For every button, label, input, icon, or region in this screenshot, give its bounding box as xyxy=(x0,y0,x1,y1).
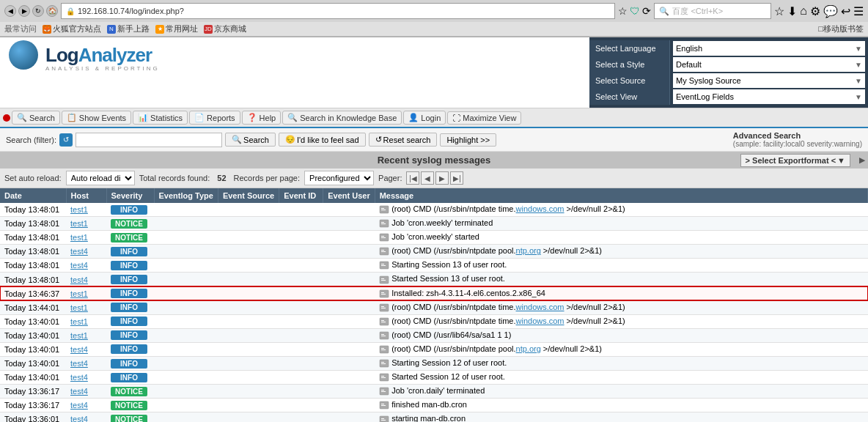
settings-view-select[interactable]: EventLog Fields ▼ xyxy=(673,89,865,104)
host-link[interactable]: test1 xyxy=(70,233,88,242)
host-link[interactable]: test1 xyxy=(70,205,88,214)
svg-rect-23 xyxy=(381,308,386,308)
settings-source-select[interactable]: My Syslog Source ▼ xyxy=(673,73,865,88)
app-header: LogAnalyzer ANALYSIS & REPORTING Select … xyxy=(0,37,868,108)
bookmark-newbie[interactable]: N 新手上路 xyxy=(107,23,150,34)
bookmark-firefox[interactable]: 🦊 火狐官方站点 xyxy=(43,23,101,34)
cell-eventsource xyxy=(218,385,279,399)
url-link[interactable]: windows.com xyxy=(516,316,564,325)
statistics-button[interactable]: 📊 Statistics xyxy=(133,111,188,125)
col-header-eventuser[interactable]: Event User xyxy=(323,188,375,203)
host-link[interactable]: test4 xyxy=(70,275,88,284)
records-per-page-select[interactable]: Preconfigured xyxy=(304,171,374,185)
bookmark-star-icon[interactable]: ☆ xyxy=(618,5,628,17)
forward-button[interactable]: ▶ xyxy=(18,5,30,17)
reset-search-button[interactable]: ↺ Reset search xyxy=(369,133,438,147)
host-link[interactable]: test4 xyxy=(70,345,88,354)
knowledge-base-label: Search in Knowledge Base xyxy=(300,114,397,122)
severity-badge: INFO xyxy=(111,275,147,284)
pager-prev-button[interactable]: ◀ xyxy=(421,171,434,185)
cell-date: Today 13:36:01 xyxy=(0,412,66,422)
host-link[interactable]: test4 xyxy=(70,387,88,396)
home-button[interactable]: 🏠 xyxy=(46,5,58,17)
table-row: Today 13:36:01 test4 NOTICE starting man… xyxy=(0,412,868,422)
host-link[interactable]: test1 xyxy=(70,317,88,326)
url-link[interactable]: ntp.org xyxy=(516,344,541,353)
menu-icon[interactable]: ☰ xyxy=(853,4,864,18)
feel-sad-button[interactable]: 😔 I'd like to feel sad xyxy=(279,133,366,147)
undo-icon[interactable]: ↩ xyxy=(841,4,850,18)
col-header-message[interactable]: Message xyxy=(375,188,867,203)
maximize-button[interactable]: ⛶ Maximize View xyxy=(447,111,521,125)
search-submit-button[interactable]: 🔍 Search xyxy=(225,133,276,147)
host-link[interactable]: test4 xyxy=(70,247,88,256)
cell-host: test1 xyxy=(66,314,106,328)
refresh-button[interactable]: ↻ xyxy=(32,5,44,17)
bookmark-common[interactable]: ★ 常用网址 xyxy=(155,23,198,34)
url-link[interactable]: windows.com xyxy=(516,303,564,311)
sync-icon[interactable]: ⟳ xyxy=(642,5,651,17)
settings-language-select[interactable]: English ▼ xyxy=(673,41,865,56)
jd-icon: JD xyxy=(204,25,213,34)
host-link[interactable]: test4 xyxy=(70,401,88,410)
highlight-button[interactable]: Highlight >> xyxy=(440,133,496,147)
col-header-eventid[interactable]: Event ID xyxy=(279,188,323,203)
host-link[interactable]: test4 xyxy=(70,359,88,368)
svg-rect-14 xyxy=(381,265,386,266)
host-link[interactable]: test4 xyxy=(70,373,88,382)
cell-eventsource xyxy=(218,314,279,328)
cell-date: Today 13:46:37 xyxy=(0,286,66,300)
show-events-button[interactable]: 📋 Show Events xyxy=(62,111,131,125)
home-icon2[interactable]: ⌂ xyxy=(800,4,807,18)
col-header-host[interactable]: Host xyxy=(66,188,106,203)
url-link[interactable]: ntp.org xyxy=(516,246,541,255)
maximize-label: Maximize View xyxy=(463,114,516,122)
search-toolbar-icon: 🔍 xyxy=(17,113,27,122)
filter-reset-icon[interactable]: ↺ xyxy=(59,133,73,147)
bookmark-jd[interactable]: JD 京东商城 xyxy=(204,23,246,34)
col-header-severity[interactable]: Severity xyxy=(106,188,154,203)
settings-style-select[interactable]: Default ▼ xyxy=(673,57,865,72)
cell-date: Today 13:36:17 xyxy=(0,399,66,412)
star-icon[interactable]: ☆ xyxy=(774,4,784,18)
knowledge-base-button[interactable]: 🔍 Search in Knowledge Base xyxy=(282,111,402,125)
url-link[interactable]: windows.com xyxy=(516,204,564,213)
col-header-eventlog[interactable]: Eventlog Type xyxy=(154,188,218,203)
col-header-eventsource[interactable]: Event Source xyxy=(218,188,279,203)
export-button[interactable]: > Select Exportformat < ▼ xyxy=(740,154,850,167)
search-bar[interactable]: 🔍 百度 <Ctrl+K> xyxy=(654,3,771,19)
settings-icon[interactable]: ⚙ xyxy=(810,4,820,18)
host-link[interactable]: test1 xyxy=(70,289,88,298)
cell-date: Today 13:40:01 xyxy=(0,357,66,371)
download-icon[interactable]: ⬇ xyxy=(787,4,797,18)
search-input[interactable] xyxy=(76,133,222,147)
message-icon xyxy=(379,204,389,215)
scroll-right-icon[interactable]: ▶ xyxy=(859,156,865,164)
host-link[interactable]: test1 xyxy=(70,303,88,312)
svg-rect-13 xyxy=(381,264,384,264)
host-link[interactable]: test4 xyxy=(70,261,88,270)
auto-reload-select[interactable]: Auto reload di xyxy=(66,171,135,185)
col-header-date[interactable]: Date xyxy=(0,188,66,203)
mobile-bookmarks-link[interactable]: □移动版书签 xyxy=(818,23,864,34)
login-button[interactable]: 👤 Login xyxy=(403,111,446,125)
cell-date: Today 13:48:01 xyxy=(0,231,66,245)
pager-next-button[interactable]: ▶ xyxy=(435,171,449,185)
address-bar[interactable]: 🔒 192.168.10.74/log/index.php? xyxy=(61,3,615,19)
help-button[interactable]: ❓ Help xyxy=(242,111,282,125)
advanced-search-area: Advanced Search (sample: facility:local0… xyxy=(733,131,862,148)
cell-eventuser xyxy=(323,385,375,399)
host-link[interactable]: test1 xyxy=(70,219,88,228)
host-link[interactable]: test1 xyxy=(70,331,88,340)
table-row: Today 13:36:17 test4 NOTICE Job 'cron.da… xyxy=(0,385,868,399)
svg-rect-29 xyxy=(381,336,386,336)
host-link[interactable]: test4 xyxy=(70,415,88,422)
cell-host: test4 xyxy=(66,273,106,286)
cell-eventid xyxy=(279,385,323,399)
search-button[interactable]: 🔍 Search xyxy=(12,111,60,125)
chat-icon[interactable]: 💬 xyxy=(823,4,838,18)
pager-first-button[interactable]: |◀ xyxy=(406,171,419,185)
back-button[interactable]: ◀ xyxy=(4,5,16,17)
reports-button[interactable]: 📄 Reports xyxy=(189,111,240,125)
pager-last-button[interactable]: ▶| xyxy=(450,171,463,185)
